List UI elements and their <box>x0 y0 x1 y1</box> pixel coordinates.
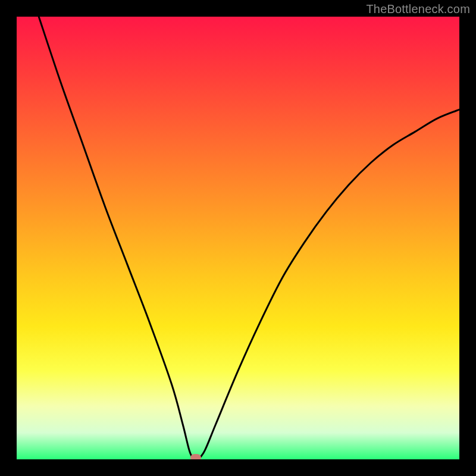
bottleneck-curve <box>39 17 459 459</box>
curve-layer <box>17 17 459 459</box>
minimum-marker <box>190 454 201 459</box>
watermark-text: TheBottleneck.com <box>366 2 470 16</box>
plot-area <box>17 17 459 459</box>
chart-frame: TheBottleneck.com <box>0 0 476 476</box>
